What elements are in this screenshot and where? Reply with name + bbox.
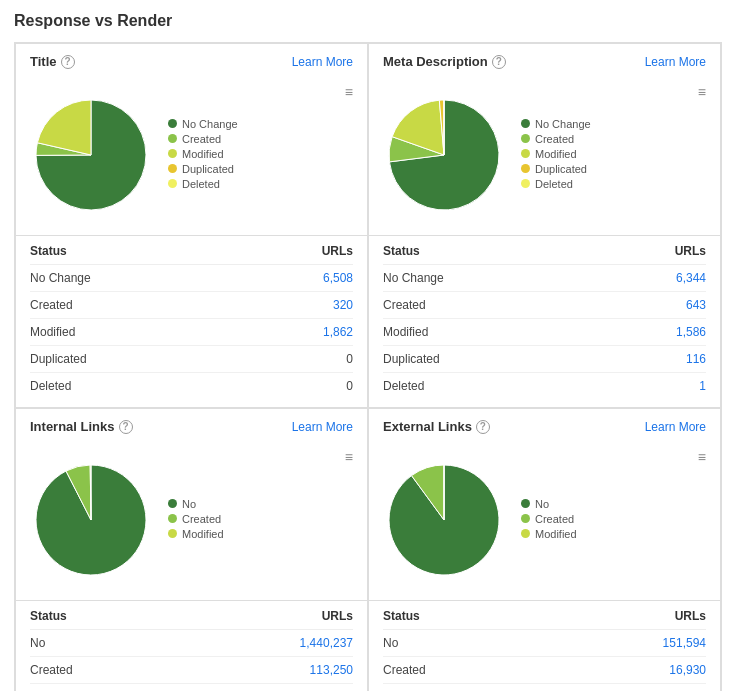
learn-more-title[interactable]: Learn More (292, 55, 353, 69)
row-label: Duplicated (383, 352, 440, 366)
table-row: Modified 8 (383, 684, 706, 691)
row-label: Modified (383, 325, 428, 339)
legend-dot (168, 164, 177, 173)
pie-chart-meta-description (379, 90, 509, 220)
status-header: Status (30, 609, 67, 623)
table-section-external-links: Status URLs No 151,594 Created 16,930 Mo… (369, 600, 720, 691)
learn-more-meta-description[interactable]: Learn More (645, 55, 706, 69)
legend-dot (168, 149, 177, 158)
legend-item: Modified (168, 148, 353, 160)
learn-more-external-links[interactable]: Learn More (645, 420, 706, 434)
row-value[interactable]: 1,862 (323, 325, 353, 339)
legend-label: No Change (535, 118, 591, 130)
legend-item: Created (168, 513, 353, 525)
table-row: Modified 3,678 (30, 684, 353, 691)
table-row: Created 320 (30, 292, 353, 319)
help-icon[interactable]: ? (492, 55, 506, 69)
page-title: Response vs Render (14, 12, 722, 30)
table-row: Deleted 1 (383, 373, 706, 399)
table-header: Status URLs (30, 236, 353, 265)
row-value[interactable]: 6,344 (676, 271, 706, 285)
table-section-title: Status URLs No Change 6,508 Created 320 … (16, 235, 367, 407)
chart-area-title: No Change Created Modified Duplicated De… (16, 75, 367, 235)
legend-label: Modified (535, 528, 577, 540)
legend-dot (168, 499, 177, 508)
table-row: Created 113,250 (30, 657, 353, 684)
legend-label: Created (182, 513, 221, 525)
title-text: External Links (383, 419, 472, 434)
legend-item: No (521, 498, 706, 510)
urls-header: URLs (322, 244, 353, 258)
row-value[interactable]: 643 (686, 298, 706, 312)
row-value[interactable]: 116 (686, 352, 706, 366)
legend-dot (521, 179, 530, 188)
legend-item: Duplicated (168, 163, 353, 175)
row-label: Created (383, 298, 426, 312)
legend-label: Modified (182, 528, 224, 540)
row-value[interactable]: 113,250 (310, 663, 353, 677)
card-header-title: Title ?Learn More (16, 44, 367, 75)
row-label: No Change (30, 271, 91, 285)
row-label: Created (383, 663, 426, 677)
row-value[interactable]: 6,508 (323, 271, 353, 285)
hamburger-icon-title[interactable]: ≡ (345, 85, 353, 99)
card-internal-links: Internal Links ?Learn More No Created Mo… (15, 408, 368, 691)
legend-item: Created (168, 133, 353, 145)
dashboard-grid: Title ?Learn More No Change Created Modi… (14, 42, 722, 691)
pie-chart-internal-links (26, 455, 156, 585)
help-icon[interactable]: ? (476, 420, 490, 434)
card-header-internal-links: Internal Links ?Learn More (16, 409, 367, 440)
help-icon[interactable]: ? (119, 420, 133, 434)
legend-label: Deleted (535, 178, 573, 190)
row-label: Deleted (30, 379, 71, 393)
legend-dot (168, 119, 177, 128)
card-title-meta-description: Meta Description ? (383, 54, 506, 69)
hamburger-icon-external-links[interactable]: ≡ (698, 450, 706, 464)
row-value[interactable]: 16,930 (669, 663, 706, 677)
pie-chart-title (26, 90, 156, 220)
legend-dot (168, 134, 177, 143)
status-header: Status (30, 244, 67, 258)
row-value[interactable]: 320 (333, 298, 353, 312)
legend-dot (521, 499, 530, 508)
legend-label: Created (182, 133, 221, 145)
hamburger-icon-meta-description[interactable]: ≡ (698, 85, 706, 99)
legend-label: Deleted (182, 178, 220, 190)
table-row: Created 16,930 (383, 657, 706, 684)
status-header: Status (383, 609, 420, 623)
legend-label: Created (535, 133, 574, 145)
legend-label: No (182, 498, 196, 510)
table-header: Status URLs (383, 601, 706, 630)
status-header: Status (383, 244, 420, 258)
pie-chart-external-links (379, 455, 509, 585)
row-value[interactable]: 1,440,237 (300, 636, 353, 650)
learn-more-internal-links[interactable]: Learn More (292, 420, 353, 434)
legend-item: Modified (168, 528, 353, 540)
card-header-meta-description: Meta Description ?Learn More (369, 44, 720, 75)
legend-label: No Change (182, 118, 238, 130)
legend-label: Modified (182, 148, 224, 160)
table-row: Modified 1,862 (30, 319, 353, 346)
urls-header: URLs (675, 609, 706, 623)
row-value[interactable]: 1,586 (676, 325, 706, 339)
legend-dot (168, 529, 177, 538)
card-title-external-links: External Links ? (383, 419, 490, 434)
table-row: No Change 6,508 (30, 265, 353, 292)
chart-area-meta-description: No Change Created Modified Duplicated De… (369, 75, 720, 235)
title-text: Meta Description (383, 54, 488, 69)
legend-title: No Change Created Modified Duplicated De… (168, 118, 353, 193)
legend-dot (521, 149, 530, 158)
hamburger-icon-internal-links[interactable]: ≡ (345, 450, 353, 464)
row-label: Duplicated (30, 352, 87, 366)
row-label: No (383, 636, 398, 650)
legend-dot (521, 134, 530, 143)
table-row: Duplicated 116 (383, 346, 706, 373)
legend-dot (168, 179, 177, 188)
row-value[interactable]: 1 (699, 379, 706, 393)
help-icon[interactable]: ? (61, 55, 75, 69)
row-value[interactable]: 151,594 (663, 636, 706, 650)
urls-header: URLs (322, 609, 353, 623)
urls-header: URLs (675, 244, 706, 258)
chart-area-external-links: No Created Modified≡ (369, 440, 720, 600)
row-label: Created (30, 298, 73, 312)
